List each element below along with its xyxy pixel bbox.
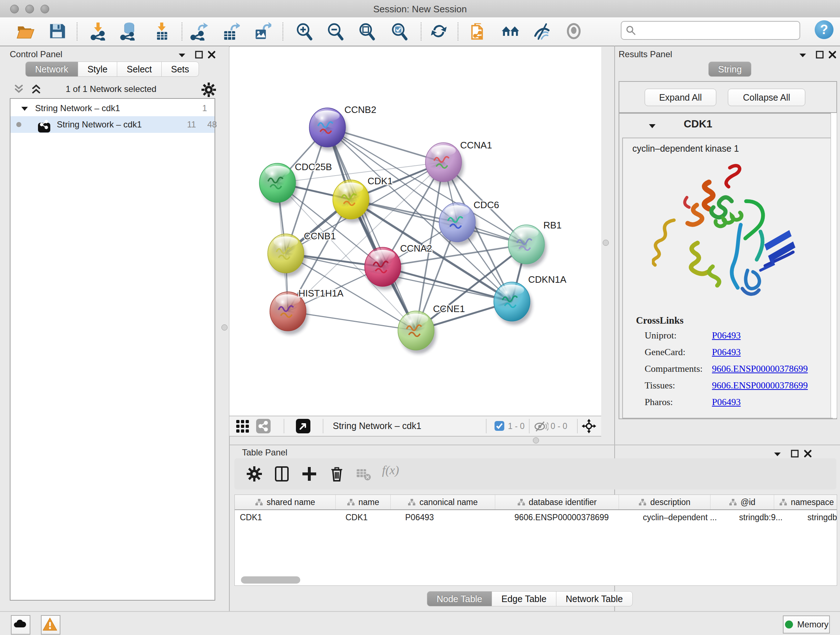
toolbar-separator [283, 22, 283, 41]
hidden-items-icon [533, 421, 548, 432]
network-edge-CCNB2-CCNE1[interactable] [327, 127, 416, 331]
column-header-@id[interactable]: @id [711, 495, 774, 509]
show-columns-icon[interactable] [273, 465, 291, 483]
network-options-gear-icon[interactable] [201, 82, 217, 98]
refresh-icon[interactable] [429, 22, 448, 41]
zoom-in-icon[interactable] [294, 22, 313, 41]
table-panel-close-icon[interactable] [803, 449, 813, 458]
tab-node-table[interactable]: Node Table [427, 591, 492, 606]
vertical-splitter-handle-left[interactable] [221, 325, 227, 331]
network-node-CDC25B[interactable] [259, 163, 298, 206]
table-cell[interactable]: P06493 [400, 510, 509, 524]
warnings-button[interactable] [41, 615, 60, 635]
export-image-icon[interactable] [253, 22, 271, 41]
crosslink-label: Pharos: [645, 397, 673, 407]
tab-style[interactable]: Style [78, 62, 118, 77]
column-header-canonical-name[interactable]: canonical name [391, 495, 495, 509]
tree-expander-icon[interactable] [20, 105, 29, 112]
table-cell[interactable]: cyclin–dependent ... [638, 510, 734, 524]
table-panel-float-icon[interactable] [790, 449, 799, 458]
save-session-icon[interactable] [48, 22, 66, 41]
tab-edge-table[interactable]: Edge Table [492, 591, 556, 606]
cloud-button[interactable] [11, 615, 30, 635]
vertical-splitter-handle-right[interactable] [603, 240, 609, 246]
crosslink-value-link[interactable]: P06493 [712, 330, 741, 341]
table-cell[interactable]: stringdb:9... [734, 510, 802, 524]
tab-string[interactable]: String [708, 62, 752, 77]
export-table-icon[interactable] [221, 22, 240, 41]
pan-crosshair-icon[interactable] [581, 418, 597, 434]
network-collection-row[interactable]: String Network – cdk1 1 [11, 102, 215, 116]
string-import-icon[interactable] [469, 22, 488, 41]
search-field[interactable] [621, 21, 800, 40]
table-row[interactable]: CDK1CDK1P064939606.ENSP00000378699cyclin… [235, 510, 837, 524]
control-panel-float-icon[interactable] [194, 50, 204, 59]
network-row-selected[interactable]: String Network – cdk1 11 48 [11, 116, 215, 133]
selected-nodes-checkbox[interactable] [494, 421, 504, 431]
home-icon[interactable] [501, 22, 520, 41]
cytoscape-window: { "window": { "title": "Session: New Ses… [0, 0, 840, 635]
network-node-CCNE1[interactable] [398, 311, 436, 354]
collapse-all-icon[interactable] [13, 84, 25, 95]
zoom-selected-icon[interactable] [390, 22, 409, 41]
zoom-out-icon[interactable] [325, 22, 344, 41]
birds-eye-view-icon[interactable] [296, 419, 310, 433]
tab-network[interactable]: Network [25, 62, 78, 77]
horizontal-splitter-handle[interactable] [533, 437, 539, 443]
column-header-name[interactable]: name [336, 495, 391, 509]
network-node-CCNB2[interactable] [309, 108, 347, 150]
show-all-icon[interactable] [564, 22, 583, 41]
import-table-icon[interactable] [152, 22, 171, 41]
results-scrollbar-track[interactable] [831, 113, 837, 418]
grid-view-icon[interactable] [236, 420, 249, 432]
control-panel-close-icon[interactable] [207, 50, 216, 59]
network-node-CCNA2[interactable] [365, 247, 403, 290]
results-panel-collapse-icon[interactable] [797, 51, 808, 59]
column-header-namespace[interactable]: namespace [774, 495, 837, 509]
crosslink-row: GeneCard:P06493 [645, 347, 826, 361]
column-header-database-identifier[interactable]: database identifier [495, 495, 619, 509]
tab-select[interactable]: Select [117, 62, 161, 77]
network-node-CCNA1[interactable] [425, 143, 464, 185]
network-canvas[interactable]: CCNB2CCNA1CDC25BCDK1CDC6RB1CCNB1CCNA2CDK… [229, 47, 601, 416]
add-column-icon[interactable] [300, 465, 318, 483]
delete-column-icon[interactable] [328, 465, 346, 483]
results-panel-close-icon[interactable] [828, 50, 837, 59]
table-cell[interactable]: CDK1 [235, 510, 340, 524]
network-node-RB1[interactable] [508, 225, 546, 268]
network-node-CDK1[interactable] [333, 180, 371, 223]
tab-network-table[interactable]: Network Table [556, 591, 633, 606]
table-cell[interactable]: CDK1 [340, 510, 400, 524]
column-header-description[interactable]: description [619, 495, 711, 509]
hide-unselected-icon[interactable] [533, 22, 552, 41]
export-network-icon[interactable] [189, 22, 208, 41]
table-cell[interactable]: stringdb [802, 510, 837, 524]
help-button[interactable]: ? [815, 20, 834, 39]
results-panel-float-icon[interactable] [815, 50, 824, 59]
column-type-icon [729, 499, 737, 506]
table-panel-collapse-icon[interactable] [772, 450, 783, 458]
table-cell[interactable]: 9606.ENSP00000378699 [509, 510, 638, 524]
crosslink-value-link[interactable]: P06493 [712, 347, 741, 358]
open-session-icon[interactable] [16, 22, 35, 41]
network-edge-CDK1-RB1[interactable] [351, 200, 526, 244]
expand-all-icon[interactable] [30, 84, 42, 95]
column-header-shared-name[interactable]: shared name [235, 495, 336, 509]
expand-all-button[interactable]: Expand All [645, 89, 716, 106]
collapse-all-button[interactable]: Collapse All [728, 89, 805, 106]
string-view-icon[interactable] [256, 419, 271, 433]
crosslink-value-link[interactable]: P06493 [712, 397, 741, 408]
crosslink-value-link[interactable]: 9606.ENSP00000378699 [712, 363, 808, 374]
import-database-icon[interactable] [119, 22, 138, 41]
search-input[interactable] [639, 23, 796, 37]
tab-sets[interactable]: Sets [162, 62, 199, 77]
table-horizontal-scrollbar[interactable] [241, 576, 300, 584]
import-network-icon[interactable] [88, 22, 107, 41]
memory-button[interactable]: Memory [783, 616, 830, 633]
network-node-CDKN1A[interactable] [494, 282, 532, 325]
crosslink-value-link[interactable]: 9606.ENSP00000378699 [712, 380, 808, 391]
table-options-gear-icon[interactable] [245, 465, 264, 483]
gene-expander-icon[interactable] [647, 122, 658, 130]
control-panel-collapse-icon[interactable] [177, 51, 187, 59]
zoom-fit-icon[interactable] [357, 22, 376, 41]
